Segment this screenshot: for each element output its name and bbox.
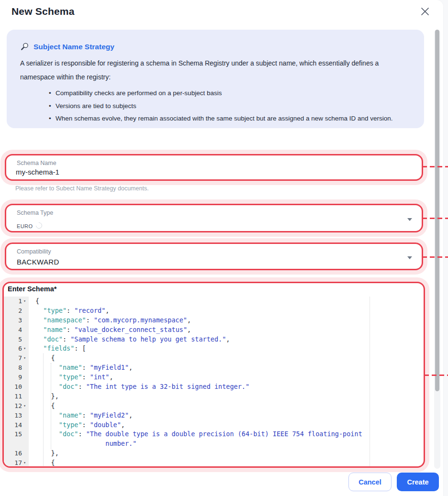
editor-line: 5 "doc": "Sample schema to help you get … [4,335,424,344]
schema-type-label: Schema Type [17,209,53,216]
cancel-button[interactable]: Cancel [348,473,392,491]
editor-label: Enter Schema* [8,285,56,293]
annotation-dash-schema-type [422,218,448,219]
line-number: 15 [4,430,29,439]
fold-caret-icon[interactable]: ▾ [22,344,27,353]
chevron-down-icon [407,218,412,221]
compatibility-label: Compatibility [17,248,51,255]
editor-line: 16 }, [4,449,424,458]
fold-caret-icon[interactable]: ▾ [22,297,27,306]
editor-line: 2 "type": "record", [4,306,424,316]
line-number: 4 [4,325,29,335]
info-paragraph: A serializer is responsible for register… [20,56,405,84]
close-icon [420,7,430,16]
schema-name-label: Schema Name [17,160,56,166]
line-number: 14 [4,420,29,430]
line-number: 17▾ [4,458,29,466]
annotation-dash-schema-name [422,166,448,167]
info-bullet: Versions are tied to subjects [49,100,393,113]
editor-line: 6▾ "fields": [ [4,344,424,353]
line-number: 5 [4,335,29,344]
line-number: 1▾ [4,297,29,306]
schema-name-input[interactable] [16,168,408,176]
line-number: 9 [4,373,29,382]
info-bullet: Compatibility checks are performed on a … [49,87,393,100]
schema-name-helper-text: Please refer to Subect Name Strategy doc… [15,185,149,192]
schema-code-editor[interactable]: 1▾{2 "type": "record",3 "namespace": "co… [4,297,424,466]
line-number: 7▾ [4,353,29,363]
info-bullet-list: Compatibility checks are performed on a … [49,87,393,125]
line-number: 11 [4,392,29,401]
editor-line: 7▾ { [4,353,424,363]
editor-line: 10 "doc": "The int type is a 32-bit sign… [4,382,424,392]
line-number: 12▾ [4,401,29,411]
editor-line: 15 "doc": "The double type is a double p… [4,430,424,439]
editor-lines: 1▾{2 "type": "record",3 "namespace": "co… [4,297,424,466]
schema-editor-field: Enter Schema* 1▾{2 "type": "record",3 "n… [2,282,425,468]
close-button[interactable] [419,6,431,18]
editor-line: 17▾ { [4,458,424,466]
compatibility-select[interactable]: Compatibility BACKWARD [5,242,423,270]
editor-line: 9 "type": "int", [4,373,424,382]
editor-line: 13 "name": "myField2", [4,411,424,420]
fold-caret-icon[interactable]: ▾ [22,353,27,363]
fold-caret-icon[interactable]: ▾ [22,401,27,411]
schema-type-value: EURO [17,223,33,229]
editor-line: 11 }, [4,392,424,401]
loading-spinner-icon [34,221,43,230]
line-number [4,439,29,449]
editor-line: 12▾ { [4,401,424,411]
new-schema-modal: New Schema Subject Name Strategy A seria… [0,0,443,496]
line-number: 8 [4,363,29,373]
schema-type-select[interactable]: Schema Type EURO [5,204,423,232]
compatibility-value: BACKWARD [17,258,59,266]
fold-caret-icon[interactable]: ▾ [22,458,27,466]
line-number: 16 [4,449,29,458]
create-button[interactable]: Create [397,473,439,491]
info-heading: Subject Name Strategy [20,42,114,51]
info-bullet: When schemas evolve, they remain associa… [49,112,393,125]
page-title: New Schema [11,6,75,17]
editor-line: 3 "namespace": "com.mycorp.mynamespace", [4,316,424,325]
line-number: 10 [4,382,29,392]
scrollbar-thumb[interactable] [435,30,439,391]
editor-line: 14 "type": "double", [4,420,424,430]
line-number: 6▾ [4,344,29,353]
editor-line: 1▾{ [4,297,424,306]
line-number: 3 [4,316,29,325]
line-number: 13 [4,411,29,420]
annotation-dash-compatibility [422,256,448,258]
schema-name-field[interactable]: Schema Name [5,154,423,181]
line-number: 2 [4,306,29,316]
chevron-down-icon [407,256,412,259]
editor-line: 4 "name": "value_docker_connect_status", [4,325,424,335]
info-title: Subject Name Strategy [34,43,114,51]
annotation-dash-editor [424,375,448,376]
editor-line: number." [4,439,424,449]
magnifier-icon [20,42,29,51]
editor-line: 8 "name": "myField1", [4,363,424,373]
subject-name-strategy-panel: Subject Name Strategy A serializer is re… [7,30,424,128]
